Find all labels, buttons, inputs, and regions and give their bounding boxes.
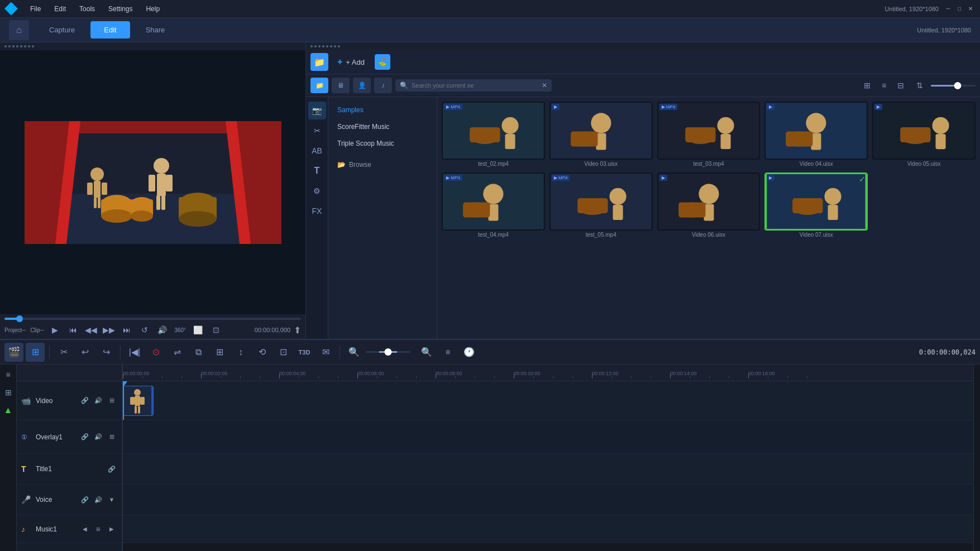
sidebar-text-btn[interactable]: AB bbox=[308, 142, 326, 160]
menu-settings[interactable]: Settings bbox=[103, 3, 138, 15]
vr-button[interactable]: 360° bbox=[174, 323, 187, 337]
filter-people-btn[interactable]: 👤 bbox=[353, 78, 371, 93]
filter-music-btn[interactable]: ♪ bbox=[374, 78, 392, 93]
maximize-button[interactable]: □ bbox=[954, 4, 964, 14]
overlay-mute-btn[interactable]: 🔊 bbox=[93, 432, 104, 443]
view-grid-btn[interactable]: ⊞ bbox=[859, 78, 875, 93]
filter-folder-btn[interactable]: 📁 bbox=[310, 78, 328, 93]
volume-button[interactable]: 🔊 bbox=[156, 323, 169, 337]
crop-button[interactable]: ⊡ bbox=[209, 323, 223, 337]
menu-edit[interactable]: Edit bbox=[49, 3, 71, 15]
view-list-btn[interactable]: ≡ bbox=[876, 78, 892, 93]
sidebar-title-btn[interactable]: T bbox=[308, 162, 326, 180]
music-scroll-left[interactable]: ◀ bbox=[79, 524, 90, 535]
video-more-btn[interactable]: ⊞ bbox=[106, 395, 117, 406]
media-item[interactable]: ▶ Video 03.uisx bbox=[549, 102, 653, 168]
media-item[interactable]: ▶ MP4 test_04.mp4 bbox=[442, 173, 545, 239]
step-back-button[interactable]: ◀◀ bbox=[84, 323, 98, 337]
tl-zoom-in-btn[interactable]: 🔍 bbox=[417, 343, 436, 362]
tl-cut-btn[interactable]: ✂ bbox=[54, 343, 73, 362]
sidebar-media-btn[interactable]: 📷 bbox=[308, 102, 326, 119]
tl-clips-btn[interactable]: 🎬 bbox=[4, 343, 23, 362]
music-scroll-right[interactable]: ▶ bbox=[106, 524, 117, 535]
timeline-scrubber[interactable] bbox=[4, 318, 301, 320]
loop-button[interactable]: ↺ bbox=[138, 323, 151, 337]
filter-video-btn[interactable]: 🖥 bbox=[332, 78, 350, 93]
tl-redo-btn[interactable]: ↪ bbox=[97, 343, 116, 362]
tab-edit[interactable]: Edit bbox=[90, 21, 130, 39]
tl-fit-btn[interactable]: ⊞ bbox=[438, 343, 457, 362]
scrubber-handle[interactable] bbox=[16, 315, 23, 322]
tab-share[interactable]: Share bbox=[132, 21, 179, 39]
media-files-btn[interactable]: 📁 bbox=[310, 53, 328, 71]
aspect-button[interactable]: ⬜ bbox=[192, 323, 205, 337]
overlay-link-btn[interactable]: 🔗 bbox=[79, 432, 90, 443]
voice-track-icon: 🎤 bbox=[21, 495, 32, 504]
tl-mail-btn[interactable]: ✉ bbox=[316, 343, 335, 362]
close-button[interactable]: ✕ bbox=[965, 4, 976, 14]
voice-down-btn[interactable]: ▼ bbox=[106, 494, 117, 505]
tl-list-btn[interactable]: ≡ bbox=[1, 367, 16, 382]
media-item[interactable]: ▶ ✓Video 07.uisx bbox=[764, 173, 868, 239]
zoom-slider[interactable] bbox=[931, 85, 976, 87]
minimize-button[interactable]: ─ bbox=[943, 4, 953, 14]
tl-clock-btn[interactable]: 🕐 bbox=[460, 343, 479, 362]
svg-rect-27 bbox=[161, 195, 165, 210]
media-item[interactable]: ▶ Video 06.uisx bbox=[657, 173, 761, 239]
playhead[interactable] bbox=[123, 381, 124, 420]
video-mute-btn[interactable]: 🔊 bbox=[93, 395, 104, 406]
tl-move-btn[interactable]: ↕ bbox=[231, 343, 250, 362]
media-item[interactable]: ▶ MP4 test_03.mp4 bbox=[657, 102, 761, 168]
view-filmstrip-btn[interactable]: ⊟ bbox=[893, 78, 909, 93]
voice-mute-btn[interactable]: 🔊 bbox=[93, 494, 104, 505]
clip-label: Clip─ bbox=[30, 327, 44, 333]
voice-link-btn[interactable]: 🔗 bbox=[79, 494, 90, 505]
skip-fwd-button[interactable]: ⏭ bbox=[120, 323, 133, 337]
overlay-more-btn[interactable]: ⊞ bbox=[106, 432, 117, 443]
menu-help[interactable]: Help bbox=[140, 3, 165, 15]
video-clip[interactable] bbox=[123, 386, 154, 416]
sidebar-fx-btn[interactable]: FX bbox=[308, 202, 326, 220]
media-item[interactable]: ▶ Video 05.uisx bbox=[872, 102, 976, 168]
tl-grid-btn[interactable]: ⊞ bbox=[210, 343, 229, 362]
skip-back-button[interactable]: ⏮ bbox=[66, 323, 80, 337]
music-detail-btn[interactable]: ⊞ bbox=[93, 524, 104, 535]
tl-track-btn[interactable]: ⊞ bbox=[1, 385, 16, 400]
category-samples[interactable]: Samples bbox=[328, 102, 437, 118]
menu-tools[interactable]: Tools bbox=[74, 3, 101, 15]
title-link-btn[interactable]: 🔗 bbox=[106, 463, 117, 475]
tl-swap-btn[interactable]: ⇌ bbox=[168, 343, 187, 362]
home-button[interactable]: ⌂ bbox=[9, 20, 29, 40]
add-button[interactable]: + + Add bbox=[331, 52, 371, 71]
tab-capture[interactable]: Capture bbox=[36, 21, 88, 39]
tl-overlay-btn[interactable]: ⧉ bbox=[189, 343, 208, 362]
video-link-btn[interactable]: 🔗 bbox=[79, 395, 90, 406]
menu-file[interactable]: File bbox=[25, 3, 46, 15]
tl-storyboard-btn[interactable]: ⊞ bbox=[26, 343, 45, 362]
flag-button[interactable]: ⛳ bbox=[375, 54, 390, 70]
media-item[interactable]: ▶ Video 04.uisx bbox=[764, 102, 868, 168]
sidebar-transition-btn[interactable]: ⚙ bbox=[308, 182, 326, 200]
search-input[interactable] bbox=[412, 82, 538, 89]
timeline-vscrollbar[interactable] bbox=[973, 365, 980, 551]
zoom-slider[interactable] bbox=[366, 351, 410, 353]
media-item[interactable]: ▶ MP4 test_02.mp4 bbox=[442, 102, 545, 168]
track-header-voice: 🎤 Voice 🔗 🔊 ▼ bbox=[17, 485, 122, 515]
tl-zoom-out-btn[interactable]: 🔍 bbox=[345, 343, 364, 362]
tl-undo-btn[interactable]: ↩ bbox=[75, 343, 94, 362]
tl-rotate-btn[interactable]: ⟲ bbox=[252, 343, 271, 362]
tl-mark-btn[interactable]: |◀| bbox=[125, 343, 144, 362]
tl-crop-btn[interactable]: ⊡ bbox=[274, 343, 293, 362]
tl-record-btn[interactable]: ⊙ bbox=[146, 343, 165, 362]
tl-3d-btn[interactable]: T3D bbox=[295, 343, 314, 362]
category-scorefitter[interactable]: ScoreFitter Music bbox=[328, 118, 437, 135]
category-triplescoop[interactable]: Triple Scoop Music bbox=[328, 135, 437, 152]
media-item[interactable]: ▶ MP4 test_05.mp4 bbox=[549, 173, 653, 239]
tl-add-track-btn[interactable]: ▲ bbox=[1, 403, 16, 418]
step-fwd-button[interactable]: ▶▶ bbox=[102, 323, 116, 337]
sidebar-effects-btn[interactable]: ✂ bbox=[308, 122, 326, 140]
search-clear-btn[interactable]: ✕ bbox=[542, 82, 547, 89]
browse-button[interactable]: 📂 Browse bbox=[328, 156, 437, 173]
play-button[interactable]: ▶ bbox=[49, 323, 62, 337]
sort-btn[interactable]: ⇅ bbox=[912, 78, 928, 93]
